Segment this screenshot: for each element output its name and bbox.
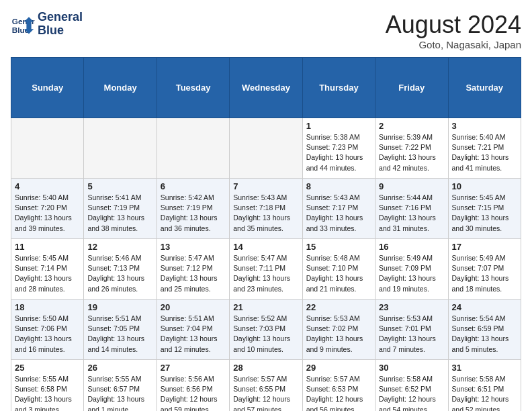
cell-info: Sunrise: 5:48 AM Sunset: 7:10 PM Dayligh… bbox=[306, 253, 371, 294]
calendar-cell: 13Sunrise: 5:47 AM Sunset: 7:12 PM Dayli… bbox=[157, 239, 229, 300]
calendar-cell: 21Sunrise: 5:52 AM Sunset: 7:03 PM Dayli… bbox=[230, 300, 302, 360]
cell-info: Sunrise: 5:55 AM Sunset: 6:57 PM Dayligh… bbox=[87, 374, 152, 411]
day-number: 15 bbox=[306, 242, 371, 252]
day-number: 24 bbox=[452, 302, 517, 312]
month-title: August 2024 bbox=[386, 11, 521, 39]
cell-info: Sunrise: 5:57 AM Sunset: 6:55 PM Dayligh… bbox=[233, 374, 298, 411]
day-number: 19 bbox=[87, 302, 152, 312]
calendar-cell: 18Sunrise: 5:50 AM Sunset: 7:06 PM Dayli… bbox=[11, 300, 84, 360]
day-number: 25 bbox=[15, 363, 80, 373]
calendar-cell: 19Sunrise: 5:51 AM Sunset: 7:05 PM Dayli… bbox=[84, 300, 157, 360]
calendar-cell: 20Sunrise: 5:51 AM Sunset: 7:04 PM Dayli… bbox=[157, 300, 229, 360]
week-row-4: 18Sunrise: 5:50 AM Sunset: 7:06 PM Dayli… bbox=[11, 300, 521, 360]
day-number: 8 bbox=[306, 181, 371, 191]
day-number: 6 bbox=[161, 181, 226, 191]
cell-info: Sunrise: 5:50 AM Sunset: 7:06 PM Dayligh… bbox=[15, 314, 80, 355]
cell-info: Sunrise: 5:49 AM Sunset: 7:07 PM Dayligh… bbox=[452, 253, 517, 294]
day-number: 28 bbox=[233, 363, 298, 373]
day-number: 20 bbox=[161, 302, 226, 312]
cell-info: Sunrise: 5:55 AM Sunset: 6:58 PM Dayligh… bbox=[15, 374, 80, 411]
calendar-cell: 3Sunrise: 5:40 AM Sunset: 7:21 PM Daylig… bbox=[448, 118, 521, 179]
calendar-cell: 4Sunrise: 5:40 AM Sunset: 7:20 PM Daylig… bbox=[11, 179, 84, 239]
cell-info: Sunrise: 5:42 AM Sunset: 7:19 PM Dayligh… bbox=[161, 193, 226, 234]
calendar-cell bbox=[11, 118, 84, 179]
day-number: 26 bbox=[87, 363, 152, 373]
calendar-cell: 23Sunrise: 5:53 AM Sunset: 7:01 PM Dayli… bbox=[375, 300, 448, 360]
day-number: 13 bbox=[161, 242, 226, 252]
col-header-monday: Monday bbox=[84, 58, 157, 118]
calendar-cell bbox=[230, 118, 302, 179]
day-number: 5 bbox=[87, 181, 152, 191]
calendar-cell: 1Sunrise: 5:38 AM Sunset: 7:23 PM Daylig… bbox=[302, 118, 375, 179]
logo: General Blue General Blue bbox=[11, 11, 83, 38]
day-number: 18 bbox=[15, 302, 80, 312]
calendar-cell: 22Sunrise: 5:53 AM Sunset: 7:02 PM Dayli… bbox=[302, 300, 375, 360]
header-row: SundayMondayTuesdayWednesdayThursdayFrid… bbox=[11, 58, 521, 118]
calendar-cell: 25Sunrise: 5:55 AM Sunset: 6:58 PM Dayli… bbox=[11, 360, 84, 412]
day-number: 31 bbox=[452, 363, 517, 373]
calendar-table: SundayMondayTuesdayWednesdayThursdayFrid… bbox=[11, 57, 521, 411]
cell-info: Sunrise: 5:51 AM Sunset: 7:05 PM Dayligh… bbox=[87, 314, 152, 355]
cell-info: Sunrise: 5:43 AM Sunset: 7:18 PM Dayligh… bbox=[233, 193, 298, 234]
cell-info: Sunrise: 5:53 AM Sunset: 7:01 PM Dayligh… bbox=[379, 314, 444, 355]
calendar-cell: 8Sunrise: 5:43 AM Sunset: 7:17 PM Daylig… bbox=[302, 179, 375, 239]
calendar-cell: 28Sunrise: 5:57 AM Sunset: 6:55 PM Dayli… bbox=[230, 360, 302, 412]
col-header-thursday: Thursday bbox=[302, 58, 375, 118]
calendar-cell: 12Sunrise: 5:46 AM Sunset: 7:13 PM Dayli… bbox=[84, 239, 157, 300]
day-number: 21 bbox=[233, 302, 298, 312]
week-row-5: 25Sunrise: 5:55 AM Sunset: 6:58 PM Dayli… bbox=[11, 360, 521, 412]
col-header-friday: Friday bbox=[375, 58, 448, 118]
day-number: 7 bbox=[233, 181, 298, 191]
title-block: August 2024 Goto, Nagasaki, Japan bbox=[386, 11, 521, 50]
day-number: 22 bbox=[306, 302, 371, 312]
cell-info: Sunrise: 5:58 AM Sunset: 6:51 PM Dayligh… bbox=[452, 374, 517, 411]
page-header: General Blue General Blue August 2024 Go… bbox=[11, 11, 521, 50]
day-number: 29 bbox=[306, 363, 371, 373]
calendar-cell bbox=[157, 118, 229, 179]
day-number: 30 bbox=[379, 363, 444, 373]
calendar-cell: 6Sunrise: 5:42 AM Sunset: 7:19 PM Daylig… bbox=[157, 179, 229, 239]
cell-info: Sunrise: 5:44 AM Sunset: 7:16 PM Dayligh… bbox=[379, 193, 444, 234]
logo-text-line2: Blue bbox=[38, 24, 83, 38]
cell-info: Sunrise: 5:54 AM Sunset: 6:59 PM Dayligh… bbox=[452, 314, 517, 355]
cell-info: Sunrise: 5:53 AM Sunset: 7:02 PM Dayligh… bbox=[306, 314, 371, 355]
day-number: 27 bbox=[161, 363, 226, 373]
calendar-cell: 27Sunrise: 5:56 AM Sunset: 6:56 PM Dayli… bbox=[157, 360, 229, 412]
cell-info: Sunrise: 5:45 AM Sunset: 7:15 PM Dayligh… bbox=[452, 193, 517, 234]
cell-info: Sunrise: 5:49 AM Sunset: 7:09 PM Dayligh… bbox=[379, 253, 444, 294]
week-row-1: 1Sunrise: 5:38 AM Sunset: 7:23 PM Daylig… bbox=[11, 118, 521, 179]
day-number: 23 bbox=[379, 302, 444, 312]
cell-info: Sunrise: 5:46 AM Sunset: 7:13 PM Dayligh… bbox=[87, 253, 152, 294]
day-number: 3 bbox=[452, 121, 517, 131]
day-number: 11 bbox=[15, 242, 80, 252]
cell-info: Sunrise: 5:40 AM Sunset: 7:21 PM Dayligh… bbox=[452, 132, 517, 173]
cell-info: Sunrise: 5:58 AM Sunset: 6:52 PM Dayligh… bbox=[379, 374, 444, 411]
day-number: 2 bbox=[379, 121, 444, 131]
cell-info: Sunrise: 5:39 AM Sunset: 7:22 PM Dayligh… bbox=[379, 132, 444, 173]
calendar-cell: 2Sunrise: 5:39 AM Sunset: 7:22 PM Daylig… bbox=[375, 118, 448, 179]
week-row-3: 11Sunrise: 5:45 AM Sunset: 7:14 PM Dayli… bbox=[11, 239, 521, 300]
day-number: 9 bbox=[379, 181, 444, 191]
cell-info: Sunrise: 5:40 AM Sunset: 7:20 PM Dayligh… bbox=[15, 193, 80, 234]
cell-info: Sunrise: 5:41 AM Sunset: 7:19 PM Dayligh… bbox=[87, 193, 152, 234]
cell-info: Sunrise: 5:45 AM Sunset: 7:14 PM Dayligh… bbox=[15, 253, 80, 294]
day-number: 4 bbox=[15, 181, 80, 191]
calendar-cell: 26Sunrise: 5:55 AM Sunset: 6:57 PM Dayli… bbox=[84, 360, 157, 412]
day-number: 10 bbox=[452, 181, 517, 191]
calendar-cell: 9Sunrise: 5:44 AM Sunset: 7:16 PM Daylig… bbox=[375, 179, 448, 239]
day-number: 17 bbox=[452, 242, 517, 252]
cell-info: Sunrise: 5:38 AM Sunset: 7:23 PM Dayligh… bbox=[306, 132, 371, 173]
calendar-cell: 5Sunrise: 5:41 AM Sunset: 7:19 PM Daylig… bbox=[84, 179, 157, 239]
cell-info: Sunrise: 5:56 AM Sunset: 6:56 PM Dayligh… bbox=[161, 374, 226, 411]
calendar-cell: 7Sunrise: 5:43 AM Sunset: 7:18 PM Daylig… bbox=[230, 179, 302, 239]
cell-info: Sunrise: 5:43 AM Sunset: 7:17 PM Dayligh… bbox=[306, 193, 371, 234]
cell-info: Sunrise: 5:52 AM Sunset: 7:03 PM Dayligh… bbox=[233, 314, 298, 355]
day-number: 14 bbox=[233, 242, 298, 252]
calendar-cell: 17Sunrise: 5:49 AM Sunset: 7:07 PM Dayli… bbox=[448, 239, 521, 300]
col-header-wednesday: Wednesday bbox=[230, 58, 302, 118]
calendar-cell: 11Sunrise: 5:45 AM Sunset: 7:14 PM Dayli… bbox=[11, 239, 84, 300]
day-number: 1 bbox=[306, 121, 371, 131]
cell-info: Sunrise: 5:51 AM Sunset: 7:04 PM Dayligh… bbox=[161, 314, 226, 355]
location: Goto, Nagasaki, Japan bbox=[386, 39, 521, 50]
calendar-cell bbox=[84, 118, 157, 179]
